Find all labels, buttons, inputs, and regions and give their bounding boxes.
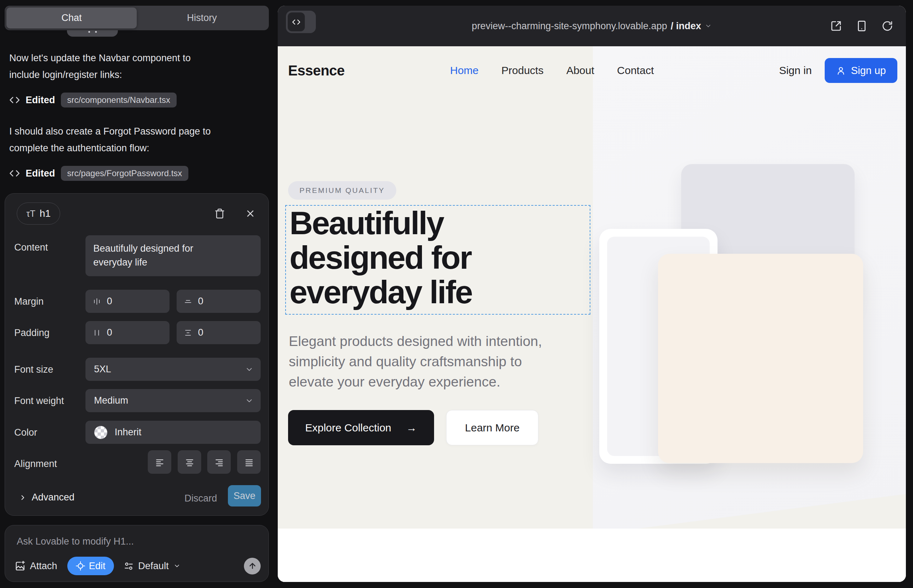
font-weight-label: Font weight [14, 396, 64, 407]
code-icon [9, 168, 20, 179]
file-badge[interactable]: src/components/Navbar.tsx [61, 92, 176, 108]
padding-label: Padding [14, 328, 50, 339]
refresh-icon [882, 20, 893, 32]
attach-button[interactable]: Attach [15, 561, 57, 572]
edited-file-row: Edited src/pages/ForgotPassword.tsx [9, 165, 188, 181]
margin-label: Margin [14, 296, 44, 307]
image-plus-icon [15, 561, 25, 571]
edited-file-row: Edited src/components/Navbar.tsx [9, 92, 176, 108]
save-button[interactable]: Save [228, 485, 261, 507]
smartphone-icon [856, 20, 868, 32]
explore-collection-button[interactable]: Explore Collection → [288, 410, 434, 445]
decor-card-cream [658, 254, 863, 463]
sign-up-button[interactable]: Sign up [825, 58, 897, 83]
delete-element-button[interactable] [214, 208, 225, 219]
app-window: Chat History Now let's update the Navbar… [0, 0, 913, 588]
chevron-down-icon [705, 23, 712, 29]
url-domain: preview--charming-site-symphony.lovable.… [472, 21, 667, 32]
margin-horizontal-icon [92, 297, 101, 306]
element-tag-pill[interactable]: τT h1 [17, 202, 60, 225]
sliders-icon [124, 561, 134, 571]
edited-label: Edited [26, 95, 55, 106]
tab-chat[interactable]: Chat [6, 8, 137, 29]
refresh-button[interactable] [882, 20, 893, 32]
align-left-icon [155, 457, 165, 467]
nav-link-about[interactable]: About [566, 65, 594, 76]
tab-history[interactable]: History [137, 8, 267, 29]
margin-x-input[interactable]: 0 [86, 290, 170, 313]
hero-badge: PREMIUM QUALITY [288, 181, 396, 200]
advanced-expander[interactable]: Advanced [19, 492, 74, 503]
align-center-button[interactable] [178, 450, 201, 474]
send-button[interactable] [244, 558, 261, 575]
url-bar[interactable]: preview--charming-site-symphony.lovable.… [278, 6, 906, 46]
align-justify-icon [244, 457, 254, 467]
edited-label: Edited [26, 168, 55, 179]
font-size-select[interactable]: 5XL [86, 358, 261, 381]
padding-x-input[interactable]: 0 [86, 321, 170, 344]
align-center-icon [185, 457, 194, 467]
margin-vertical-icon [184, 297, 192, 306]
typography-icon: τT [26, 208, 35, 219]
chat-message: I should also create a Forgot Password p… [9, 123, 265, 157]
chat-history-tabs: Chat History [5, 6, 269, 30]
align-left-button[interactable] [148, 450, 171, 474]
composer: Ask Lovable to modify H1... Attach Edit … [5, 525, 269, 582]
chevron-down-icon [173, 562, 181, 570]
nav-link-products[interactable]: Products [501, 65, 543, 76]
discard-button[interactable]: Discard [185, 493, 217, 504]
align-right-icon [214, 457, 224, 467]
font-weight-select[interactable]: Medium [86, 389, 261, 412]
composer-input[interactable]: Ask Lovable to modify H1... [17, 536, 134, 547]
mobile-view-button[interactable] [856, 20, 868, 32]
trash-icon [214, 208, 225, 219]
user-icon [836, 66, 846, 76]
sign-in-link[interactable]: Sign in [779, 65, 812, 76]
content-label: Content [14, 242, 48, 253]
nav-link-contact[interactable]: Contact [617, 65, 654, 76]
close-inspector-button[interactable] [245, 208, 256, 219]
element-inspector: τT h1 Content Beautifully designed for e… [5, 193, 269, 516]
align-justify-button[interactable] [237, 450, 261, 474]
learn-more-button[interactable]: Learn More [446, 410, 538, 445]
hero-heading[interactable]: Beautifully designed for everyday life [290, 206, 472, 309]
model-select[interactable]: Default [124, 561, 181, 572]
site-viewport: Essence Home Products About Contact Sign… [278, 46, 906, 582]
external-link-icon [830, 20, 842, 32]
chevron-down-icon [245, 396, 254, 405]
padding-y-input[interactable]: 0 [176, 321, 261, 344]
open-external-button[interactable] [830, 20, 842, 32]
target-icon [76, 561, 85, 570]
edit-mode-button[interactable]: Edit [67, 557, 114, 575]
site-navbar: Essence Home Products About Contact Sign… [288, 57, 897, 84]
url-path: / index [671, 21, 701, 32]
arrow-up-icon [248, 562, 257, 570]
padding-horizontal-icon [92, 328, 101, 337]
content-input[interactable]: Beautifully designed for everyday life [86, 235, 261, 276]
browser-preview: preview--charming-site-symphony.lovable.… [278, 6, 906, 582]
chevron-down-icon [245, 365, 254, 374]
code-icon [9, 95, 20, 105]
transparency-swatch-icon [94, 426, 108, 439]
browser-chrome: preview--charming-site-symphony.lovable.… [278, 6, 906, 46]
chevron-right-icon [19, 494, 27, 501]
alignment-label: Alignment [14, 459, 57, 470]
hero-paragraph: Elegant products designed with intention… [289, 331, 542, 392]
font-size-label: Font size [14, 364, 53, 375]
site-logo[interactable]: Essence [288, 57, 345, 84]
color-select[interactable]: Inherit [86, 421, 261, 444]
color-label: Color [14, 427, 37, 438]
file-badge[interactable]: src/pages/ForgotPassword.tsx [61, 166, 189, 181]
close-icon [245, 208, 256, 219]
next-section [278, 528, 906, 582]
margin-y-input[interactable]: 0 [176, 290, 261, 313]
align-right-button[interactable] [207, 450, 231, 474]
element-tag-name: h1 [39, 208, 50, 219]
nav-link-home[interactable]: Home [450, 65, 479, 76]
padding-vertical-icon [184, 328, 192, 337]
chat-message: Now let's update the Navbar component to… [9, 50, 265, 83]
arrow-right-icon: → [406, 422, 417, 434]
